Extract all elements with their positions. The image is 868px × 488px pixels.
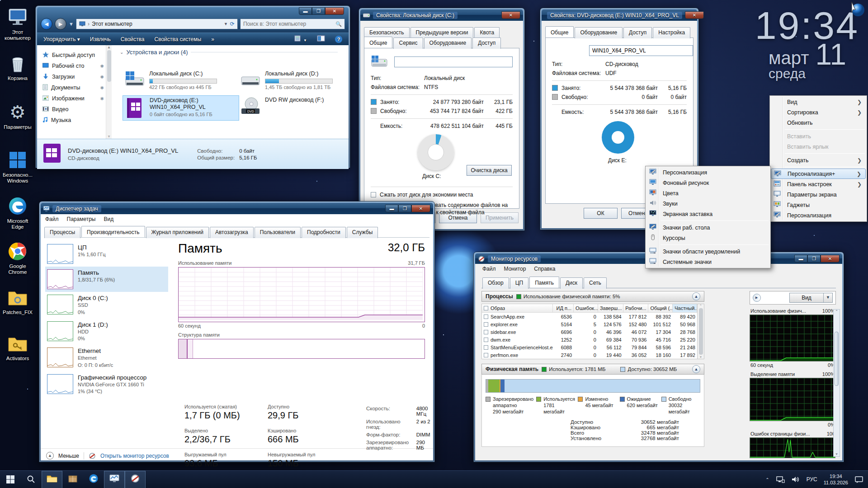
menu-Файл[interactable]: Файл — [45, 216, 59, 222]
disk-props-tab-Доступ[interactable]: Доступ — [472, 38, 501, 49]
perf-item-disk0[interactable]: Диск 0 (C:)SSD0% — [45, 292, 168, 319]
context-menu-item-Вставить ярлык[interactable]: Вставить ярлык — [771, 141, 866, 152]
search-input[interactable] — [243, 21, 335, 27]
minimize-button[interactable]: ▬ — [299, 7, 312, 15]
column-header-Ошибок...[interactable]: Ошибок... — [574, 304, 598, 312]
submenu-item-Курсоры[interactable]: Курсоры — [646, 233, 769, 243]
header-checkbox[interactable] — [484, 306, 488, 310]
taskbar-app-resource-monitor[interactable] — [125, 471, 146, 488]
perf-item-disk1[interactable]: Диск 1 (D:)HDD0% — [45, 319, 168, 345]
tray-clock[interactable]: 19:34 11.03.2026 — [824, 473, 848, 486]
toolbar-button-3[interactable]: Свойства системы — [154, 36, 201, 42]
disk-props-tab-Сервис[interactable]: Сервис — [393, 38, 423, 49]
context-menu-item-Параметры экрана[interactable]: Параметры экрана — [771, 189, 866, 200]
desktop-icon-edge[interactable]: Microsoft Edge — [1, 195, 34, 230]
row-checkbox[interactable] — [484, 314, 488, 319]
group-collapse-icon[interactable]: ⌄ — [120, 50, 123, 55]
process-row[interactable]: explorer.exe51645124 576152 480101 51250… — [482, 320, 697, 328]
column-header-Рабочи...[interactable]: Рабочи... — [623, 304, 649, 312]
open-resource-monitor-link[interactable]: Открыть монитор ресурсов — [100, 453, 169, 459]
context-menu-item-Вид[interactable]: Вид❯ — [771, 97, 866, 107]
submenu-item-Персонализация[interactable]: Персонализация — [646, 167, 769, 178]
dvd-props-tab-Оборудование[interactable]: Оборудование — [575, 27, 623, 38]
sidebar-item-downloads[interactable]: Загрузки✱ — [37, 71, 106, 82]
column-header-Частный...[interactable]: Частный... ⌄ — [673, 304, 697, 312]
submenu-item-Экранная заставка[interactable]: Экранная заставка — [646, 209, 769, 219]
taskmgr-tab-Службы[interactable]: Службы — [347, 227, 378, 238]
maximize-button[interactable]: ❐ — [312, 7, 325, 15]
disk-props-tab-Квота[interactable]: Квота — [474, 27, 500, 38]
context-menu-item-Панель настроек[interactable]: Панель настроек❯ — [771, 179, 866, 189]
help-icon[interactable]: ? — [335, 36, 342, 43]
row-checkbox[interactable] — [484, 330, 488, 334]
taskbar-app-task-manager[interactable] — [104, 471, 125, 488]
close-button[interactable]: ✕ — [411, 205, 430, 212]
sidebar-item-quick-access[interactable]: Быстрый доступ — [37, 50, 106, 61]
sidebar-item-documents[interactable]: Документы✱ — [37, 82, 106, 93]
row-checkbox[interactable] — [484, 345, 488, 350]
submenu-item-Системные значки[interactable]: Системные значки — [646, 257, 769, 267]
submenu-item-Значки раб. стола[interactable]: Значки раб. стола — [646, 222, 769, 233]
view-dropdown[interactable]: Вид▼ — [789, 293, 833, 303]
volume-label-input[interactable] — [589, 45, 693, 56]
forward-button[interactable]: ► — [55, 18, 66, 30]
toolbar-button-1[interactable]: Извлечь — [90, 36, 111, 42]
perf-item-gpu[interactable]: Графический процессорNVIDIA GeForce GTX … — [45, 371, 168, 398]
row-checkbox[interactable] — [484, 353, 488, 357]
address-bar[interactable]: › Этот компьютер ▼ ⟳ — [76, 19, 238, 29]
desktop-icon-windows-security[interactable]: Безопасно... Windows — [1, 149, 34, 184]
breadcrumb[interactable]: Этот компьютер — [92, 21, 222, 27]
start-button[interactable] — [0, 471, 21, 488]
network-icon[interactable] — [776, 476, 785, 483]
desktop-icon-chrome[interactable]: Google Chrome — [1, 240, 34, 275]
menu-Файл[interactable]: Файл — [482, 266, 496, 272]
perf-item-cpu[interactable]: ЦП1% 1,60 ГГц — [45, 241, 168, 267]
dvd-props-tab-Настройка[interactable]: Настройка — [653, 27, 690, 38]
back-button[interactable]: ◄ — [41, 18, 52, 30]
disk-props-tab-Общие[interactable]: Общие — [364, 37, 392, 48]
desktop-icon-activators[interactable]: Activators — [1, 333, 34, 361]
disk-props-tab-Предыдущие версии[interactable]: Предыдущие версии — [410, 27, 474, 38]
close-button[interactable]: ✕ — [821, 255, 840, 263]
desktop-icon-patches-fix[interactable]: Patches_FIX — [1, 286, 34, 315]
drive-tile-dvd-f[interactable]: DVDDVD RW дисковод (F:) — [238, 95, 355, 121]
view-options-icon[interactable]: ▼ — [294, 35, 307, 43]
disk-cleanup-button[interactable]: Очистка диска — [467, 165, 512, 176]
taskbar-app-explorer[interactable] — [42, 471, 62, 488]
submenu-item-Цвета[interactable]: Цвета — [646, 188, 769, 198]
compress-checkbox-row[interactable]: Сжать этот диск для экономии места — [364, 190, 519, 200]
taskbar-app-edge[interactable] — [83, 471, 104, 488]
ok-button[interactable]: ОК — [584, 208, 618, 219]
volume-icon[interactable] — [791, 476, 800, 483]
window-scrollbar[interactable]: ⌃⩔ — [833, 309, 840, 457]
taskmgr-tab-Производительность[interactable]: Производительность — [81, 226, 145, 237]
menu-Справка[interactable]: Справка — [534, 266, 555, 272]
resmon-tab-ЦП[interactable]: ЦП — [510, 277, 529, 289]
disk-props-tab-Оборудование[interactable]: Оборудование — [424, 38, 472, 49]
perf-item-memory[interactable]: Память1,8/31,7 ГБ (6%) — [45, 267, 168, 292]
maximize-button[interactable]: ❐ — [807, 255, 821, 263]
desktop-icon-computer[interactable]: Этот компьютер — [1, 6, 34, 41]
dvd-props-tab-Общие[interactable]: Общие — [545, 26, 574, 38]
taskbar-search-button[interactable] — [21, 471, 42, 488]
minimize-button[interactable]: ▬ — [794, 255, 807, 263]
context-menu-item-Создать[interactable]: Создать❯ — [771, 155, 866, 165]
toolbar-overflow-button[interactable]: » — [211, 36, 214, 42]
processes-section-header[interactable]: Процессы Использование физической памяти… — [481, 291, 704, 302]
menu-Параметры[interactable]: Параметры — [67, 216, 96, 222]
process-row[interactable]: perfmon.exe2740019 44036 05218 16017 892 — [482, 351, 697, 359]
drive-tile-dvd-e[interactable]: DVD-дисковод (E:)WIN10_X64_PRO_VL0 байт … — [123, 95, 239, 121]
close-button[interactable]: ✕ — [501, 11, 520, 19]
collapse-chevron-icon[interactable]: ▲ — [692, 365, 700, 373]
context-menu-item-Сортировка[interactable]: Сортировка❯ — [771, 107, 866, 117]
close-button[interactable]: ✕ — [325, 7, 344, 15]
sidebar-item-pictures[interactable]: Изображени✱ — [37, 93, 106, 104]
fewer-details-button[interactable]: Меньше — [58, 453, 79, 459]
resmon-tab-Память[interactable]: Память — [529, 277, 559, 288]
process-row[interactable]: StartMenuExperienceHost.exe6088056 11279… — [482, 343, 697, 351]
process-row[interactable]: sidebar.exe6696046 39646 07217 30428 768 — [482, 328, 697, 336]
menu-Монитор[interactable]: Монитор — [504, 266, 526, 272]
sidebar-item-desktop-folder[interactable]: Рабочий сто✱ — [37, 61, 106, 71]
taskmgr-tab-Подробности[interactable]: Подробности — [302, 227, 346, 238]
context-menu-item-Персонализация+[interactable]: Персонализация+❯ — [771, 169, 866, 179]
